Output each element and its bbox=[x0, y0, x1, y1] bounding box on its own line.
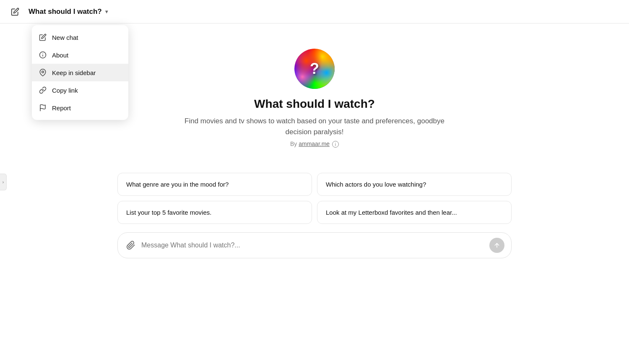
paperclip-icon bbox=[126, 241, 135, 250]
flag-menu-icon bbox=[39, 104, 47, 112]
menu-item-report-label: Report bbox=[52, 104, 71, 112]
app-title: What should I watch? bbox=[254, 97, 375, 111]
menu-item-new-chat-label: New chat bbox=[52, 34, 78, 41]
title-dropdown-button[interactable]: What should I watch? ▾ bbox=[23, 4, 113, 19]
author-info-icon[interactable]: i bbox=[332, 141, 339, 148]
menu-item-copy-link-label: Copy link bbox=[52, 87, 78, 94]
dropdown-menu: New chat About Keep in sidebar bbox=[32, 25, 128, 120]
menu-item-new-chat[interactable]: New chat bbox=[32, 29, 128, 46]
bot-avatar-image: ? bbox=[294, 49, 335, 89]
attach-button[interactable] bbox=[125, 239, 137, 252]
edit-pencil-icon bbox=[11, 8, 19, 16]
author-link[interactable]: ammaar.me bbox=[299, 140, 330, 147]
send-button[interactable] bbox=[489, 238, 504, 253]
suggestion-card-2[interactable]: List your top 5 favorite movies. bbox=[117, 201, 312, 224]
author-prefix: By bbox=[290, 140, 299, 147]
message-input-container bbox=[117, 232, 512, 258]
menu-item-keep-in-sidebar[interactable]: Keep in sidebar bbox=[32, 64, 128, 81]
menu-item-about-label: About bbox=[52, 52, 68, 59]
app-description: Find movies and tv shows to watch based … bbox=[180, 116, 449, 137]
menu-item-copy-link[interactable]: Copy link bbox=[32, 81, 128, 99]
chevron-down-icon: ▾ bbox=[105, 9, 108, 15]
question-mark-icon: ? bbox=[310, 60, 319, 78]
about-menu-icon bbox=[39, 51, 47, 59]
suggestion-card-1[interactable]: Which actors do you love watching? bbox=[317, 173, 512, 196]
pin-menu-icon bbox=[39, 68, 47, 77]
menu-item-keep-in-sidebar-label: Keep in sidebar bbox=[52, 69, 96, 76]
suggestion-card-0[interactable]: What genre are you in the mood for? bbox=[117, 173, 312, 196]
message-input[interactable] bbox=[141, 242, 485, 249]
menu-item-report[interactable]: Report bbox=[32, 99, 128, 117]
author-line: By ammaar.me i bbox=[290, 140, 339, 148]
suggestion-card-3[interactable]: Look at my Letterboxd favorites and then… bbox=[317, 201, 512, 224]
link-menu-icon bbox=[39, 86, 47, 94]
header-title: What should I watch? bbox=[29, 8, 102, 16]
bot-avatar: ? bbox=[294, 49, 335, 89]
suggestions-grid: What genre are you in the mood for? Whic… bbox=[117, 173, 512, 224]
new-chat-icon-button[interactable] bbox=[7, 3, 23, 20]
menu-item-about[interactable]: About bbox=[32, 46, 128, 64]
svg-point-3 bbox=[42, 71, 44, 73]
send-icon bbox=[494, 242, 500, 249]
new-chat-menu-icon bbox=[39, 33, 47, 42]
header: What should I watch? ▾ bbox=[0, 0, 629, 23]
